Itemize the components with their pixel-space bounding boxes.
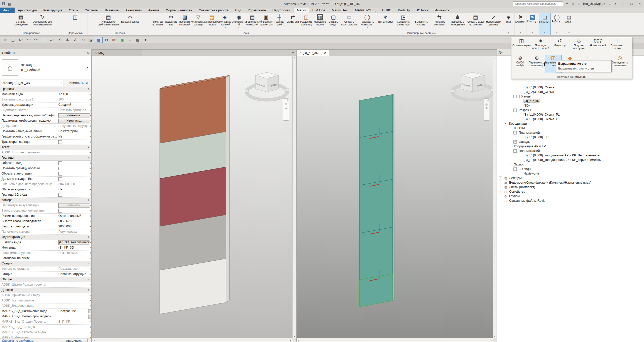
window-control-button[interactable]: □ <box>627 0 636 8</box>
viewcube[interactable]: Спереди Справа ⌂ <box>245 72 289 101</box>
ribbon-tab[interactable]: Marks <box>294 8 309 13</box>
property-row[interactable]: Шаблон вида (B)_3D_Аналитически « <box>0 240 91 245</box>
ribbon-button[interactable]: ∗ Тип системы <box>376 14 394 30</box>
ribbon-button[interactable]: ▥ Менеджер листов <box>313 14 327 30</box>
flyout-button[interactable]: ◎ Отсоединить элементы <box>612 55 628 73</box>
tree-item[interactable]: ∞ Связанные файлы Revit <box>497 198 644 203</box>
tree-item[interactable]: + ◎ Группы <box>497 194 644 198</box>
property-row[interactable]: Фильтр по стадиям Показать все « <box>0 266 91 272</box>
property-row[interactable]: MARKS_Вид_Тип вида « <box>0 325 91 330</box>
ribbon-button[interactable]: ⋔ Пересечь с помещением <box>449 14 467 30</box>
revit-logo-icon[interactable]: R <box>2 1 6 7</box>
section-collapse-icon[interactable]: « <box>90 224 91 229</box>
tree-expander-icon[interactable]: - <box>509 145 512 148</box>
property-value[interactable] <box>57 166 90 171</box>
property-row[interactable]: Показать границу обрезки « <box>0 166 91 171</box>
ribbon-button[interactable]: ▢ Создать виды <box>327 14 340 30</box>
section-collapse-icon[interactable]: « <box>90 219 91 224</box>
property-value[interactable] <box>57 208 90 213</box>
section-collapse-icon[interactable]: « <box>86 263 91 264</box>
ribbon-button[interactable]: ↗ Наибольший размер <box>485 14 503 30</box>
toolbar-icon-button[interactable]: ▾ <box>142 37 149 43</box>
toolbar-icon-button[interactable]: ↶ <box>25 37 32 43</box>
property-value[interactable]: Ортогональный <box>57 214 90 219</box>
section-collapse-icon[interactable]: « <box>86 199 91 201</box>
tree-item[interactable]: - Координация АР и КР <box>497 144 644 149</box>
section-collapse-icon[interactable]: « <box>90 150 91 155</box>
type-selector[interactable]: ⌂ 3D вид (B)_Рабочий ▼ <box>0 56 91 79</box>
property-value[interactable] <box>46 145 91 150</box>
ribbon-tab[interactable]: Файл <box>0 8 15 13</box>
section-collapse-icon[interactable]: « <box>90 161 91 166</box>
section-collapse-icon[interactable]: « <box>90 192 91 197</box>
property-row[interactable]: Заголовок на листе « <box>0 256 91 261</box>
toolbar-icon-button[interactable]: ⊟ <box>41 37 48 43</box>
property-value[interactable] <box>46 277 91 282</box>
property-value[interactable]: Изменить... <box>57 113 90 118</box>
toolbar-icon-button[interactable]: ⌂ <box>79 37 87 43</box>
property-row[interactable]: Показать невидимые линии По категории « <box>0 129 91 134</box>
search-input[interactable] <box>513 2 563 6</box>
toolbar-icon-button[interactable]: ∡ <box>56 37 63 43</box>
tree-expander-icon[interactable]: - <box>513 167 517 171</box>
property-row[interactable]: Общие « <box>0 277 91 282</box>
ribbon-button[interactable]: ⇄ 2D/3D оси <box>286 14 300 30</box>
horizontal-scrollbar[interactable]: ◄► <box>92 338 293 342</box>
flyout-button[interactable]: ⊕ Переключить аналитику <box>529 55 545 73</box>
section-collapse-icon[interactable]: « <box>90 293 91 298</box>
ribbon-tab[interactable]: Формы и генплан <box>163 8 195 13</box>
ribbon-button[interactable]: ▤ Управление шаблонами видов <box>98 14 119 30</box>
property-value[interactable]: Изменить... <box>57 118 90 123</box>
section-collapse-icon[interactable]: « <box>90 314 91 319</box>
section-collapse-icon[interactable]: « <box>90 171 91 176</box>
window-control-button[interactable]: × <box>636 0 644 8</box>
property-value[interactable] <box>57 192 90 197</box>
property-row[interactable]: Высота глаза наблюдателя 6056,673 « <box>0 219 91 224</box>
model-canvas[interactable]: Спереди Справа ⌂ ⊗ ◎ ✛ <box>297 56 493 338</box>
property-value[interactable]: 3000,000 <box>57 224 90 229</box>
tree-item[interactable]: Navisworks <box>497 171 644 176</box>
tree-expander-icon[interactable]: - <box>513 149 517 153</box>
property-row[interactable]: ADSK_Примечание к виду « <box>0 293 91 298</box>
property-row[interactable]: Обрезать аннотации « <box>0 171 91 177</box>
tree-expander-icon[interactable]: + <box>499 195 502 198</box>
property-row[interactable]: Параметры визуализации Изменить... « <box>0 203 91 208</box>
section-collapse-icon[interactable]: « <box>90 229 91 234</box>
property-value[interactable]: Показать оригинал <box>57 108 90 113</box>
property-value[interactable] <box>57 256 90 261</box>
section-collapse-icon[interactable]: « <box>86 236 91 238</box>
tree-item[interactable]: - Координация <box>497 121 644 126</box>
tree-item[interactable]: {3D} <box>497 103 644 108</box>
tree-item[interactable]: - Разрезы <box>497 108 644 112</box>
property-value[interactable]: 1 : 100 <box>57 92 90 97</box>
section-collapse-icon[interactable]: « <box>90 124 91 129</box>
section-collapse-icon[interactable]: « <box>90 140 91 145</box>
property-value[interactable] <box>57 298 90 303</box>
property-row[interactable]: Обрезать вид « <box>0 161 91 166</box>
property-row[interactable]: Значение масштаба 1: 100 « <box>0 97 91 102</box>
ribbon-button[interactable]: ◫ Разделить пол/плиту <box>300 14 313 30</box>
tree-item[interactable]: - 3D виды <box>497 94 644 99</box>
tree-expander-icon[interactable]: + <box>499 181 502 184</box>
tree-item[interactable]: - 3D виды <box>497 167 644 171</box>
ribbon-button[interactable]: ▩ Просмотр коллизий <box>178 14 191 30</box>
toolbar-icon-button[interactable]: ⊞ <box>111 37 118 43</box>
tree-item[interactable]: + ▦ Ведомости/Спецификации (Комплект/Наз… <box>497 180 644 185</box>
ribbon-button[interactable]: ◯ Расставить отверстия <box>358 14 376 30</box>
tree-expander-icon[interactable]: - <box>513 109 517 112</box>
property-value[interactable] <box>57 282 90 287</box>
property-value[interactable]: Нет <box>57 134 90 139</box>
section-collapse-icon[interactable]: « <box>90 177 91 182</box>
property-value[interactable]: 304800,000 <box>57 182 90 187</box>
toolbar-icon-button[interactable]: ▦ <box>118 37 126 43</box>
properties-header[interactable]: Свойства ✕ <box>0 49 91 56</box>
property-row[interactable]: MARKS_Вид_Скрыть на видах « <box>0 330 91 335</box>
flyout-button[interactable]: ◈ Площадь поверхностей <box>531 38 550 54</box>
property-value[interactable] <box>57 325 90 330</box>
property-row[interactable]: Видимость частей Показать оригинал « <box>0 108 91 113</box>
tree-item[interactable]: - Экспорт <box>497 162 644 167</box>
property-row[interactable]: MARKS_Вид_Назначение вида Построение « <box>0 309 91 314</box>
tree-item[interactable]: - Планы этажей <box>497 149 644 153</box>
edit-type-button[interactable]: ⊞ Изменить тип <box>65 81 90 85</box>
ribbon-tab[interactable]: JOTools <box>413 8 431 13</box>
